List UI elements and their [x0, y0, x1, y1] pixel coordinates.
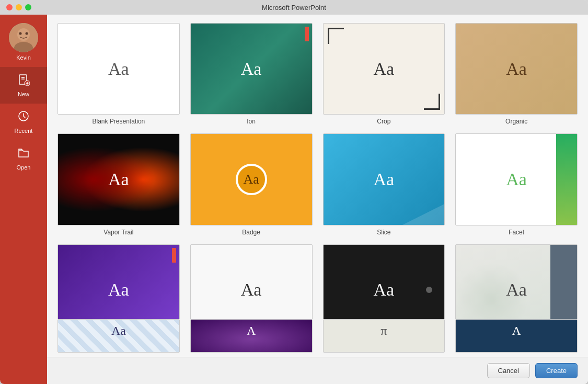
template-badge-thumb: Aa — [190, 133, 313, 225]
template-headlines-thumb: Aa — [323, 244, 445, 319]
template-slice-thumb: Aa — [323, 133, 445, 225]
template-feathered[interactable]: Aa Feathered — [455, 244, 578, 319]
template-organic[interactable]: Aa Organic — [455, 23, 578, 125]
template-slice[interactable]: Aa Slice — [323, 133, 445, 235]
maximize-button[interactable] — [25, 4, 31, 10]
template-vapor-trail[interactable]: Aa Vapor Trail — [57, 133, 180, 235]
template-slice-label: Slice — [377, 229, 390, 236]
avatar — [9, 23, 38, 52]
template-organic-label: Organic — [505, 118, 527, 125]
template-headlines[interactable]: Aa Headlines — [323, 244, 445, 319]
minimize-button[interactable] — [16, 4, 22, 10]
title-bar: Microsoft PowerPoint — [0, 0, 588, 15]
template-crop-thumb: Aa — [323, 23, 445, 115]
template-feathered-thumb: Aa — [455, 244, 578, 319]
template-badge-label: Badge — [242, 229, 260, 236]
bottom-bar: Cancel Create — [47, 357, 588, 384]
window-title: Microsoft PowerPoint — [262, 4, 326, 12]
template-vapor-trail-thumb: Aa — [57, 133, 180, 225]
cancel-button[interactable]: Cancel — [487, 363, 530, 378]
template-ion-thumb: Aa — [190, 23, 313, 115]
template-facet-label: Facet — [509, 229, 524, 236]
template-blank-label: Blank Presentation — [93, 118, 145, 125]
template-vapor-trail-label: Vapor Trail — [103, 229, 133, 236]
template-retrospect[interactable]: Aa Retrospect — [190, 244, 313, 319]
sidebar-recent-label: Recent — [15, 128, 33, 134]
template-ion-boardroom-thumb: Aa — [57, 244, 180, 319]
traffic-lights — [6, 4, 31, 10]
close-button[interactable] — [6, 4, 13, 10]
new-icon — [17, 73, 30, 89]
template-blank[interactable]: Aa Blank Presentation — [57, 23, 180, 125]
create-button[interactable]: Create — [535, 363, 578, 378]
svg-point-4 — [26, 32, 28, 35]
sidebar-open-label: Open — [17, 164, 31, 171]
recent-icon — [17, 110, 30, 126]
template-ion-label: Ion — [247, 118, 256, 125]
template-facet-thumb: Aa — [455, 133, 578, 225]
avatar-image — [9, 23, 38, 52]
sidebar: Kevin New — [0, 15, 47, 384]
template-partial1-thumb: Aa — [57, 319, 180, 353]
partial-row: Aa A π A — [47, 319, 588, 357]
sidebar-item-recent[interactable]: Recent — [0, 104, 47, 140]
template-partial3-thumb: π — [323, 319, 445, 353]
template-ion-boardroom[interactable]: Aa Ion Boardroom — [57, 244, 180, 319]
sidebar-item-open[interactable]: Open — [0, 140, 47, 177]
sidebar-username: Kevin — [16, 54, 31, 61]
template-crop[interactable]: Aa Crop — [323, 23, 445, 125]
template-partial1[interactable]: Aa — [57, 319, 180, 353]
template-facet[interactable]: Aa Facet — [455, 133, 578, 235]
template-partial2[interactable]: A — [190, 319, 313, 353]
main-content: Kevin New — [0, 15, 588, 384]
template-crop-label: Crop — [377, 118, 390, 125]
svg-point-3 — [19, 32, 22, 35]
template-blank-thumb: Aa — [57, 23, 180, 115]
sidebar-new-label: New — [18, 91, 29, 97]
template-partial4-thumb: A — [455, 319, 578, 353]
template-organic-thumb: Aa — [455, 23, 578, 115]
sidebar-item-new[interactable]: New — [0, 67, 47, 104]
template-area: Aa Blank Presentation Aa Ion Aa Cro — [47, 15, 588, 384]
template-partial2-thumb: A — [190, 319, 313, 353]
template-ion[interactable]: Aa Ion — [190, 23, 313, 125]
template-partial3[interactable]: π — [323, 319, 445, 353]
template-retrospect-thumb: Aa — [190, 244, 313, 319]
open-icon — [17, 146, 30, 162]
template-grid: Aa Blank Presentation Aa Ion Aa Cro — [47, 15, 588, 319]
app-window: Microsoft PowerPoint Kevin — [0, 0, 588, 384]
template-partial4[interactable]: A — [455, 319, 578, 353]
svg-point-1 — [17, 28, 30, 41]
template-badge[interactable]: Aa Badge — [190, 133, 313, 235]
